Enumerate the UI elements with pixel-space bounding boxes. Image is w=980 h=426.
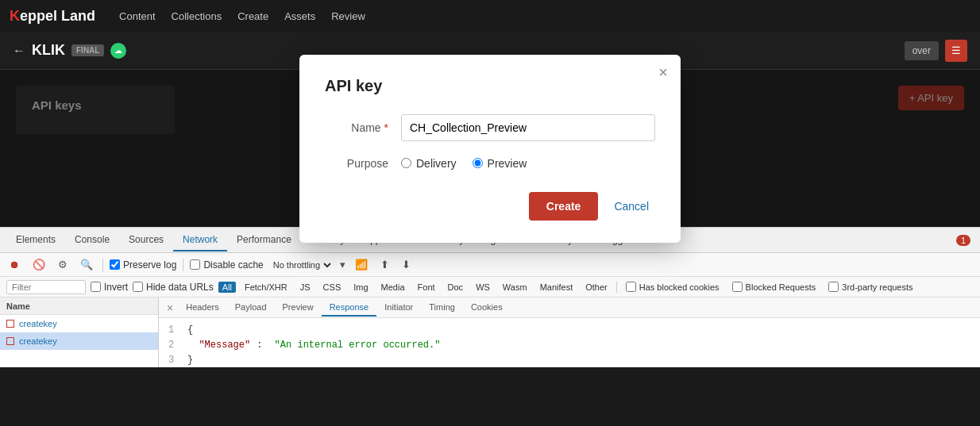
filter-font[interactable]: Font [414,282,439,293]
filter-separator [616,282,617,293]
network-item-name-1[interactable]: createkey [19,319,57,328]
blocked-requests-checkbox[interactable] [732,282,743,292]
line-number-1: 1 [168,323,181,338]
preview-label: Preview [488,157,527,170]
name-row: Name * [325,114,655,141]
tab-elements[interactable]: Elements [6,229,65,251]
modal-title: API key [325,77,655,95]
filter-input[interactable] [6,280,86,294]
response-line-3: 3 } [168,353,970,367]
third-party-text: 3rd-party requests [842,282,912,292]
filter-fetch-xhr[interactable]: Fetch/XHR [241,282,291,293]
response-close-button[interactable]: × [162,301,178,314]
network-item-icon-2 [6,337,14,345]
tab-performance[interactable]: Performance [227,229,301,251]
purpose-radio-group: Delivery Preview [401,157,527,170]
filter-wasm[interactable]: Wasm [499,282,531,293]
filter-js[interactable]: JS [296,282,314,293]
invert-checkbox[interactable] [91,282,101,292]
required-indicator: * [384,121,388,134]
disable-cache-text: Disable cache [203,259,263,271]
has-blocked-cookies-checkbox[interactable] [626,282,636,292]
response-tab-response[interactable]: Response [322,299,377,317]
delivery-radio[interactable] [401,158,411,168]
upload-button[interactable]: ⬆ [377,257,392,272]
filter-media[interactable]: Media [377,282,409,293]
devtools-panel: Elements Console Sources Network Perform… [0,227,980,367]
filter-ws[interactable]: WS [472,282,494,293]
logo-keppel: Keppel [10,8,57,25]
logo: Keppel Land [10,8,95,25]
response-tab-initiator[interactable]: Initiator [376,299,421,317]
search-network-button[interactable]: 🔍 [77,257,96,272]
purpose-row: Purpose Delivery Preview [325,157,655,170]
network-item-name-2[interactable]: createkey [19,336,57,346]
preview-option[interactable]: Preview [473,157,527,170]
throttle-dropdown-icon[interactable]: ▾ [340,259,345,271]
disable-cache-label[interactable]: Disable cache [190,259,263,271]
response-tab-cookies[interactable]: Cookies [463,299,511,317]
download-button[interactable]: ⬇ [399,257,414,272]
logo-land: Land [61,8,95,25]
filter-manifest[interactable]: Manifest [536,282,577,293]
tab-network[interactable]: Network [173,229,227,251]
filter-img[interactable]: Img [349,282,372,293]
disable-cache-checkbox[interactable] [190,259,200,270]
response-tab-payload[interactable]: Payload [227,299,275,317]
nav-content[interactable]: Content [119,10,156,22]
network-item-2[interactable]: createkey [0,332,158,350]
delivery-option[interactable]: Delivery [401,157,457,170]
record-button[interactable]: ⏺ [6,257,23,272]
network-list-header: Name [0,297,158,315]
wifi-icon-button[interactable]: 📶 [352,257,371,272]
filter-css[interactable]: CSS [319,282,345,293]
page-actions: over ☰ [905,40,967,62]
tab-sources[interactable]: Sources [119,229,173,251]
filter-doc[interactable]: Doc [444,282,468,293]
blocked-requests-label[interactable]: Blocked Requests [728,281,820,293]
purpose-label: Purpose [325,157,388,170]
response-tab-timing[interactable]: Timing [421,299,463,317]
preview-radio[interactable] [473,158,483,168]
filter-row: Invert Hide data URLs All Fetch/XHR JS C… [0,277,980,297]
network-name-col: Name [6,301,30,311]
hide-data-urls-checkbox[interactable] [133,282,143,292]
back-button[interactable]: ← [13,44,25,58]
code-value: "An internal error occurred." [268,338,440,353]
nav-review[interactable]: Review [331,10,365,22]
preserve-log-label[interactable]: Preserve log [110,259,176,271]
tab-console[interactable]: Console [65,229,119,251]
create-button[interactable]: Create [529,192,599,221]
toolbar-separator-1 [102,259,103,271]
network-item-1[interactable]: createkey [0,315,158,332]
nav-create[interactable]: Create [237,10,268,22]
preserve-log-checkbox[interactable] [110,259,120,270]
name-input[interactable] [401,114,655,141]
cancel-button[interactable]: Cancel [608,192,655,221]
icon-square-button[interactable]: ☰ [945,40,967,62]
filter-all[interactable]: All [218,282,236,293]
network-item-icon-1 [6,320,14,328]
throttle-select[interactable]: No throttling Fast 3G Slow 3G [270,259,334,271]
third-party-label[interactable]: 3rd-party requests [824,281,916,293]
over-button[interactable]: over [905,41,939,60]
response-line-2: 2 "Message" : "An internal error occurre… [168,338,970,353]
hide-data-urls-label[interactable]: Hide data URLs [133,282,214,293]
filter-toggle-button[interactable]: ⚙ [55,257,71,272]
invert-label[interactable]: Invert [91,282,128,293]
code-separator: : [257,338,262,353]
filter-other[interactable]: Other [581,282,612,293]
api-key-modal: API key × Name * Purpose Delivery [299,55,681,243]
response-tab-headers[interactable]: Headers [178,299,227,317]
nav-collections[interactable]: Collections [172,10,222,22]
third-party-checkbox[interactable] [828,282,839,292]
modal-close-button[interactable]: × [658,64,668,80]
page-title: KLIK [32,42,65,59]
devtools-toolbar: ⏺ 🚫 ⚙ 🔍 Preserve log Disable cache No th… [0,253,980,277]
preserve-log-text: Preserve log [123,259,176,271]
nav-assets[interactable]: Assets [284,10,315,22]
clear-button[interactable]: 🚫 [29,257,48,272]
response-tab-preview[interactable]: Preview [275,299,322,317]
has-blocked-cookies-label[interactable]: Has blocked cookies [622,281,723,293]
cloud-badge: ☁ [110,43,126,59]
